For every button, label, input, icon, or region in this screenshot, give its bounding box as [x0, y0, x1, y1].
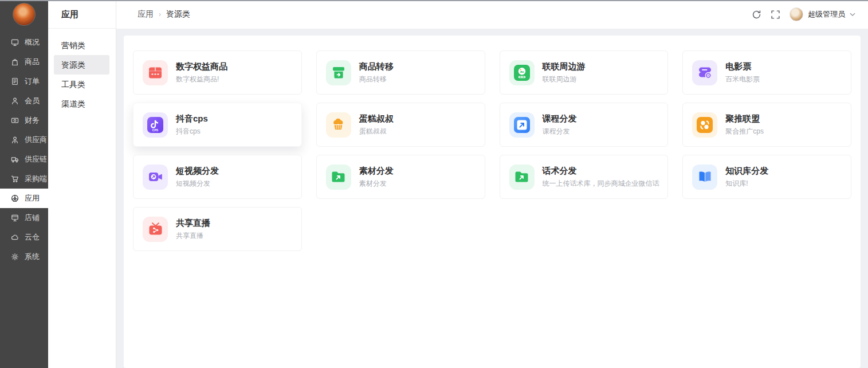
sidebar-item-cloud-warehouse[interactable]: 云仓: [0, 228, 48, 247]
app-card-knowledge-dist[interactable]: 知识库分发知识库!: [682, 155, 851, 199]
app-card-title: 共享直播: [176, 218, 210, 228]
breadcrumb-item-apps[interactable]: 应用: [138, 9, 154, 19]
course-dist-icon: [509, 112, 535, 138]
brand-logo[interactable]: [13, 3, 36, 26]
top-loading-bar: [0, 0, 868, 1]
sidebar-item-system[interactable]: 系统: [0, 247, 48, 267]
sidebar-item-orders[interactable]: 订单: [0, 72, 48, 91]
material-dist-icon: [326, 165, 351, 190]
app-card-desc: 共享直播: [176, 232, 210, 240]
app-card-title: 聚推联盟: [725, 114, 764, 124]
app-card-script-dist[interactable]: 话术分发统一上传话术库，同步商城企业微信话术库: [500, 155, 669, 199]
supplier-icon: [11, 136, 19, 144]
refresh-icon[interactable]: [752, 10, 761, 19]
app-card-cake-uncle[interactable]: 蛋糕叔叔蛋糕叔叔: [316, 103, 485, 147]
sidebar-item-label: 会员: [25, 96, 40, 106]
app-root: 概况商品订单会员财务供应商供应链采购端应用店铺云仓系统 应用 营销类资源类工具类…: [0, 0, 868, 368]
fullscreen-icon[interactable]: [771, 10, 780, 19]
main-area: 应用 › 资源类 超级管理员: [116, 0, 868, 368]
category-item-label: 营销类: [61, 41, 85, 50]
system-icon: [11, 253, 19, 261]
app-card-course-dist[interactable]: 课程分发课程分发: [500, 103, 669, 147]
category-item-channel[interactable]: 渠道类: [54, 94, 109, 113]
app-card-text: 商品转移商品转移: [359, 62, 394, 83]
secondary-nav: 营销类资源类工具类渠道类: [48, 29, 116, 113]
sidebar-item-supplier[interactable]: 供应商: [0, 130, 48, 150]
app-card-title: 短视频分发: [176, 166, 219, 176]
breadcrumb-separator-icon: ›: [159, 10, 161, 18]
script-dist-icon: [509, 165, 535, 190]
sidebar-item-finance[interactable]: 财务: [0, 111, 48, 130]
app-card-title: 知识库分发: [725, 166, 768, 176]
cloud-warehouse-icon: [11, 233, 19, 241]
overview-icon: [11, 38, 19, 46]
sidebar-item-label: 采购端: [25, 174, 47, 184]
app-card-text: 共享直播共享直播: [176, 218, 210, 240]
supply-chain-icon: [11, 155, 19, 163]
app-card-desc: 短视频分发: [176, 180, 219, 187]
app-card-desc: 数字权益商品!: [176, 76, 227, 83]
app-card-desc: 百米电影票: [725, 76, 760, 83]
secondary-sidebar-title: 应用: [48, 0, 116, 29]
orders-icon: [11, 77, 19, 85]
sidebar-item-procurement[interactable]: 采购端: [0, 169, 48, 189]
app-card-text: 抖音cps抖音cps: [176, 114, 208, 135]
category-item-resource[interactable]: 资源类: [54, 55, 109, 75]
category-item-tools[interactable]: 工具类: [54, 75, 109, 94]
category-item-marketing[interactable]: 营销类: [54, 36, 109, 55]
top-header: 应用 › 资源类 超级管理员: [116, 0, 868, 29]
app-card-text: 课程分发课程分发: [543, 114, 577, 135]
app-card-title: 联联周边游: [543, 62, 586, 72]
app-card-desc: 聚合推广cps: [725, 128, 764, 135]
sidebar-item-apps[interactable]: 应用: [0, 189, 48, 208]
sidebar-item-label: 订单: [25, 76, 40, 87]
sidebar-item-goods[interactable]: 商品: [0, 52, 48, 72]
short-video-dist-icon: [143, 165, 168, 190]
category-item-label: 渠道类: [61, 99, 85, 108]
goods-icon: [11, 58, 19, 66]
app-card-text: 聚推联盟聚合推广cps: [725, 114, 764, 135]
app-card-title: 话术分发: [543, 166, 660, 176]
primary-sidebar: 概况商品订单会员财务供应商供应链采购端应用店铺云仓系统: [0, 0, 48, 368]
app-card-desc: 课程分发: [543, 128, 577, 135]
app-card-douyin-cps[interactable]: CPS抖音cps抖音cps: [133, 103, 302, 147]
douyin-cps-icon: CPS: [143, 112, 168, 138]
app-card-title: 蛋糕叔叔: [359, 114, 394, 124]
app-card-title: 商品转移: [359, 62, 394, 72]
app-card-desc: 统一上传话术库，同步商城企业微信话术库: [543, 180, 660, 187]
app-card-text: 知识库分发知识库!: [725, 166, 768, 187]
knowledge-dist-icon: [692, 165, 717, 190]
app-card-lianlian-travel[interactable]: 联联周边游联联周边游: [500, 50, 669, 95]
app-card-digital-rights[interactable]: 数字权益商品数字权益商品!: [133, 50, 302, 95]
goods-transfer-icon: [326, 60, 351, 85]
app-card-desc: 抖音cps: [176, 128, 208, 135]
cake-uncle-icon: [326, 112, 351, 138]
sidebar-item-store[interactable]: 店铺: [0, 208, 48, 228]
app-card-jutui-alliance[interactable]: 聚推联盟聚合推广cps: [682, 103, 851, 147]
content-area: 数字权益商品数字权益商品!商品转移商品转移联联周边游联联周边游电影票百米电影票C…: [116, 29, 868, 368]
user-menu[interactable]: 超级管理员: [790, 7, 855, 21]
app-card-goods-transfer[interactable]: 商品转移商品转移: [316, 50, 485, 95]
apps-icon: [11, 194, 19, 202]
app-card-movie-ticket[interactable]: 电影票百米电影票: [682, 50, 851, 95]
category-item-label: 工具类: [61, 80, 85, 89]
app-card-shared-live[interactable]: 共享直播共享直播: [133, 207, 302, 251]
sidebar-item-label: 概况: [25, 37, 40, 48]
app-card-material-dist[interactable]: 素材分发素材分发: [316, 155, 485, 199]
sidebar-item-label: 应用: [25, 193, 40, 203]
app-card-short-video-dist[interactable]: 短视频分发短视频分发: [133, 155, 302, 199]
sidebar-item-overview[interactable]: 概况: [0, 33, 48, 52]
app-card-text: 短视频分发短视频分发: [176, 166, 219, 187]
sidebar-item-label: 财务: [25, 115, 40, 126]
content-panel: 数字权益商品数字权益商品!商品转移商品转移联联周边游联联周边游电影票百米电影票C…: [124, 36, 861, 368]
app-card-title: 素材分发: [359, 166, 394, 176]
app-card-title: 课程分发: [543, 114, 577, 124]
app-card-desc: 联联周边游: [543, 76, 586, 83]
app-card-text: 数字权益商品数字权益商品!: [176, 62, 227, 83]
breadcrumb: 应用 › 资源类: [138, 9, 190, 19]
app-card-text: 话术分发统一上传话术库，同步商城企业微信话术库: [543, 166, 660, 187]
shared-live-icon: [143, 217, 168, 242]
sidebar-item-supply-chain[interactable]: 供应链: [0, 150, 48, 169]
breadcrumb-item-resource: 资源类: [166, 9, 190, 19]
sidebar-item-members[interactable]: 会员: [0, 91, 48, 111]
